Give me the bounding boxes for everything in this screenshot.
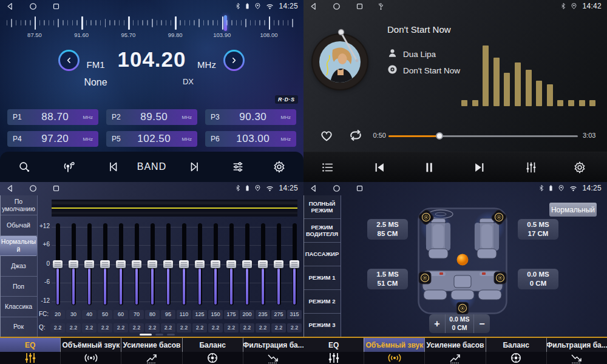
- tab-balance[interactable]: Баланс: [486, 338, 546, 352]
- search-icon[interactable]: [14, 152, 35, 182]
- delay-rear-left[interactable]: 1.5 MS51 CM: [367, 269, 408, 289]
- preset-button-p2[interactable]: P289.50MHz: [106, 109, 197, 125]
- frequency-ruler[interactable]: [0, 15, 304, 32]
- tune-up-button[interactable]: [223, 50, 245, 71]
- eq-band-slider[interactable]: [50, 223, 66, 305]
- sidebar-item[interactable]: РЕЖИМ 2: [304, 290, 341, 314]
- favorite-icon[interactable]: [319, 129, 334, 146]
- eq-band-slider[interactable]: [287, 223, 302, 305]
- ruler-tick: [194, 20, 195, 25]
- tab-eq[interactable]: EQ: [0, 338, 60, 352]
- eq-band-slider[interactable]: [271, 223, 287, 305]
- ruler-tick: [86, 20, 87, 25]
- tab-surround[interactable]: Объёмный звук: [364, 338, 424, 352]
- ruler-tick: [212, 20, 214, 25]
- eq-band-slider[interactable]: [144, 223, 160, 305]
- settings-gear-icon[interactable]: [569, 152, 591, 182]
- eq-tab-icon[interactable]: [0, 352, 60, 364]
- balance-tab-icon[interactable]: [182, 352, 243, 364]
- band-button[interactable]: BAND: [132, 152, 171, 182]
- home-icon[interactable]: [332, 184, 341, 193]
- home-icon[interactable]: [332, 2, 341, 11]
- delay-front-right[interactable]: 0.5 MS17 CM: [518, 219, 558, 240]
- fc-value: 80: [145, 310, 160, 319]
- recents-icon[interactable]: [52, 184, 61, 193]
- bass-boost-tab-icon[interactable]: [424, 352, 485, 364]
- eq-band-slider[interactable]: [97, 223, 113, 305]
- eq-band-slider[interactable]: [255, 223, 271, 305]
- sidebar-item[interactable]: Поп: [0, 277, 37, 297]
- sidebar-item[interactable]: По умолчанию: [0, 195, 37, 215]
- sidebar-item[interactable]: Нормальный: [0, 236, 37, 256]
- sidebar-item[interactable]: ПАССАЖИР: [304, 243, 341, 266]
- filter-tab-icon[interactable]: [243, 352, 304, 364]
- tab-bass-boost[interactable]: Усиление басов: [424, 338, 485, 352]
- sidebar-item[interactable]: Джаз: [0, 256, 37, 276]
- sidebar-item[interactable]: Рок: [0, 317, 37, 337]
- settings-gear-icon[interactable]: [269, 152, 290, 182]
- tab-surround[interactable]: Объёмный звук: [60, 338, 121, 352]
- back-icon[interactable]: [309, 184, 318, 193]
- equalizer-icon[interactable]: [520, 152, 542, 182]
- preset-button-p3[interactable]: P390.30MHz: [205, 109, 296, 125]
- sidebar-item[interactable]: РЕЖИМ 3: [304, 314, 341, 337]
- progress-knob[interactable]: [436, 132, 443, 140]
- surround-tab-icon[interactable]: [364, 352, 424, 364]
- preset-button-p5[interactable]: P5102.50MHz: [106, 131, 197, 147]
- sidebar-item[interactable]: РЕЖИМ 1: [304, 266, 341, 290]
- delay-front-left[interactable]: 2.5 MS85 CM: [367, 219, 408, 240]
- back-icon[interactable]: [5, 2, 15, 11]
- tuner-settings-icon[interactable]: [228, 152, 248, 182]
- back-icon[interactable]: [5, 184, 15, 193]
- sidebar-item[interactable]: РЕЖИМ ВОДИТЕЛЯ: [304, 219, 341, 243]
- sidebar-item[interactable]: ПОЛНЫЙ РЕЖИМ: [304, 195, 341, 219]
- visualizer-bar: [536, 81, 542, 106]
- back-icon[interactable]: [309, 2, 318, 11]
- surround-tab-icon[interactable]: [60, 352, 121, 364]
- tune-down-button[interactable]: [58, 50, 80, 71]
- increase-button[interactable]: +: [429, 314, 445, 333]
- recents-icon[interactable]: [355, 184, 364, 193]
- preset-button-p1[interactable]: P188.70MHz: [7, 109, 98, 125]
- sidebar-item[interactable]: Обычай: [0, 215, 37, 235]
- preset-button-p6[interactable]: P6103.00MHz: [205, 131, 296, 147]
- decrease-button[interactable]: −: [474, 314, 490, 333]
- eq-band-slider[interactable]: [208, 223, 223, 305]
- bass-boost-tab-icon[interactable]: [121, 352, 181, 364]
- eq-band-slider[interactable]: [81, 223, 97, 305]
- eq-band-slider[interactable]: [192, 223, 208, 305]
- preset-button-p4[interactable]: P497.20MHz: [7, 131, 98, 147]
- tab-bass-boost[interactable]: Усиление басов: [121, 338, 181, 352]
- home-icon[interactable]: [29, 184, 38, 193]
- previous-track-icon[interactable]: [368, 152, 390, 182]
- eq-tab-icon[interactable]: [304, 352, 364, 364]
- playlist-icon[interactable]: [317, 152, 339, 182]
- recents-icon[interactable]: [52, 2, 61, 11]
- recents-icon[interactable]: [355, 2, 364, 11]
- filter-tab-icon[interactable]: [546, 352, 607, 364]
- repeat-icon[interactable]: [347, 127, 364, 146]
- tab-filter[interactable]: Фильтрация ба...: [546, 338, 607, 352]
- eq-band-slider[interactable]: [239, 223, 255, 305]
- progress-bar[interactable]: [388, 135, 578, 137]
- home-icon[interactable]: [29, 2, 38, 11]
- tab-filter[interactable]: Фильтрация ба...: [243, 338, 304, 352]
- profile-button[interactable]: Нормальный: [549, 203, 597, 217]
- delay-rear-right[interactable]: 0.0 MS0 CM: [518, 269, 558, 289]
- balance-tab-icon[interactable]: [486, 352, 546, 364]
- eq-band-slider[interactable]: [160, 223, 176, 305]
- next-station-icon[interactable]: [184, 152, 205, 182]
- tab-balance[interactable]: Баланс: [182, 338, 243, 352]
- eq-band-slider[interactable]: [66, 223, 81, 305]
- dx-mode-label[interactable]: DX: [173, 77, 203, 86]
- eq-band-slider[interactable]: [113, 223, 129, 305]
- eq-band-slider[interactable]: [129, 223, 144, 305]
- pause-icon[interactable]: [418, 152, 440, 182]
- eq-band-slider[interactable]: [176, 223, 192, 305]
- previous-station-icon[interactable]: [103, 152, 124, 182]
- tab-eq[interactable]: EQ: [304, 338, 364, 352]
- sidebar-item[interactable]: Классика: [0, 297, 37, 317]
- broadcast-icon[interactable]: [58, 152, 79, 182]
- eq-band-slider[interactable]: [223, 223, 239, 305]
- next-track-icon[interactable]: [469, 152, 490, 182]
